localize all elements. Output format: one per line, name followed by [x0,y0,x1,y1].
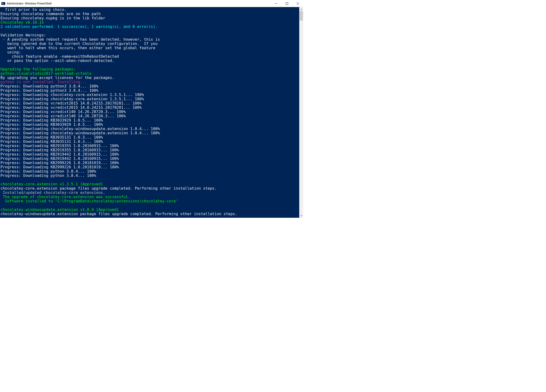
terminal-line: Progress: Downloading KB3033929 1.0.5...… [0,123,298,127]
terminal-line: Ensuring chocolatey commands are on the … [0,12,298,16]
window-controls [271,0,303,7]
terminal-line: chocolatey-windowsupdate.extension packa… [0,212,298,216]
terminal-line: Progress: Downloading KB2919442 1.0.2016… [0,152,298,157]
scrollbar-thumb[interactable] [299,11,303,20]
svg-rect-3 [286,2,288,5]
terminal-line: Progress: Downloading KB3033929 1.0.5...… [0,118,298,123]
terminal-line: Validation Warnings: [0,33,298,37]
terminal-container: first prior to using choco.Ensuring choc… [0,7,303,218]
terminal-line: chocolatey-core.extension v1.3.5.1 [Appr… [0,182,298,186]
maximize-button[interactable] [281,0,292,7]
terminal-line: Progress: Downloading python 3.8.4... 10… [0,169,298,174]
terminal-line: Progress: Downloading vcredist140 14.26.… [0,114,298,118]
minimize-button[interactable] [271,0,281,7]
terminal-line: Progress: Downloading vcredist140 14.26.… [0,110,298,114]
window-title: Administrator: Windows PowerShell [6,2,271,5]
terminal-line: Progress: Downloading KB2999226 1.0.2018… [0,165,298,169]
terminal-line: python is not installed. Installing... [0,80,298,84]
terminal-line: 2 validations performed. 1 success(es), … [0,25,298,29]
terminal-line: The upgrade of chocolatey-core.extension… [0,195,298,199]
terminal-line: python;visualstudio2017-workload-vctools [0,72,298,76]
terminal-line: Progress: Downloading python3 3.8.4... 1… [0,84,298,88]
terminal-line: using: [0,50,298,54]
terminal-line: Progress: Downloading KB2999226 1.0.2018… [0,161,298,165]
terminal-line: By upgrading you accept licenses for the… [0,76,298,80]
scrollbar-arrow-down-icon[interactable] [299,214,303,218]
terminal-line: Chocolatey v0.10.15 [0,20,298,25]
terminal-line: Progress: Downloading vcredist2015 14.0.… [0,101,298,105]
terminal-line: first prior to using choco. [0,7,298,12]
terminal-line: Progress: Downloading KB3035131 1.0.3...… [0,135,298,139]
scrollbar-arrow-up-icon[interactable] [299,7,303,11]
terminal-line: Progress: Downloading chocolatey-windows… [0,127,298,131]
terminal-line: Progress: Downloading python3 3.8.4... 1… [0,88,298,93]
terminal-line: - A pending system reboot request has be… [0,37,298,42]
terminal-line: being ignored due to the current Chocola… [0,42,298,46]
terminal-line: or pass the option --exit-when-reboot-de… [0,59,298,63]
terminal-line: Progress: Downloading KB2919355 1.0.2016… [0,144,298,148]
terminal-line: Progress: Downloading chocolatey-core.ex… [0,97,298,101]
terminal-line [0,203,298,208]
terminal-line: Software installed to 'C:\ProgramData\ch… [0,199,298,203]
terminal-line: chocolatey-windowsupdate.extension v1.0.… [0,208,298,212]
terminal-line: choco feature enable -name=exitOnRebootD… [0,54,298,59]
terminal-line: Progress: Downloading KB2919442 1.0.2016… [0,157,298,161]
window-titlebar[interactable]: Administrator: Windows PowerShell [0,0,303,7]
terminal-line: Installed/updated chocolatey-core extens… [0,190,298,195]
terminal-line: Progress: Downloading vcredist2015 14.0.… [0,105,298,110]
terminal-line: Upgrading the following packages: [0,67,298,72]
terminal-line: chocolatey-core.extension package files … [0,186,298,190]
svg-rect-0 [1,2,5,5]
terminal-line: Progress: Downloading KB3035131 1.0.3...… [0,139,298,144]
terminal-output[interactable]: first prior to using choco.Ensuring choc… [0,7,299,218]
terminal-line [0,178,298,182]
terminal-line: Progress: Downloading KB2919355 1.0.2016… [0,148,298,152]
terminal-line [0,63,298,67]
scrollbar-track[interactable] [299,7,303,218]
powershell-icon [1,2,5,6]
terminal-line: Progress: Downloading chocolatey-core.ex… [0,93,298,97]
close-button[interactable] [292,0,303,7]
terminal-line [0,29,298,33]
terminal-line: Ensuring chocolatey.nupkg is in the lib … [0,16,298,20]
terminal-line: Progress: Downloading python 3.8.4... 10… [0,174,298,178]
terminal-line: want to halt when this occurs, then eith… [0,46,298,50]
terminal-line: Progress: Downloading chocolatey-windows… [0,131,298,135]
